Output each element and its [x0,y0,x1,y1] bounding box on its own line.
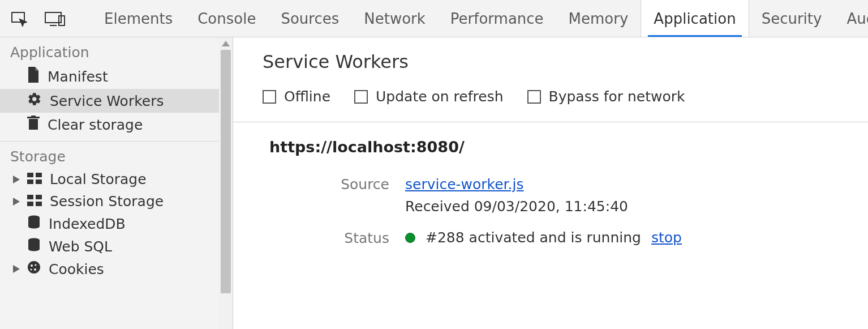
status-dot-icon [405,233,415,243]
svg-rect-11 [27,195,33,199]
stop-link[interactable]: stop [651,229,682,246]
svg-rect-12 [36,195,42,199]
checkbox-label: Bypass for network [549,88,685,105]
devtools-body: Application Manifest Service Workers [0,37,868,329]
expand-triangle-icon[interactable] [11,176,22,183]
svg-point-18 [31,264,33,267]
sidebar-group-title-storage: Storage [0,142,219,168]
service-worker-options: Offline Update on refresh Bypass for net… [263,88,868,122]
trash-icon [27,116,40,134]
tab-memory[interactable]: Memory [556,0,641,37]
svg-point-17 [28,261,40,274]
tab-audits[interactable]: Audits [834,0,868,37]
service-worker-origin: https://localhost:8080/ [269,138,868,156]
svg-point-20 [34,268,36,271]
checkbox-box [527,90,541,104]
tab-application[interactable]: Application [641,0,749,37]
sidebar-item-label: Manifest [48,69,108,85]
tab-console[interactable]: Console [185,0,268,37]
inspect-element-icon[interactable] [10,10,28,28]
svg-point-21 [31,269,32,271]
checkbox-box [354,90,368,104]
sidebar-item-manifest[interactable]: Manifest [0,64,219,89]
sidebar-content: Application Manifest Service Workers [0,37,219,285]
checkbox-label: Update on refresh [376,88,503,105]
sidebar-item-label: Clear storage [48,117,143,133]
svg-rect-14 [36,202,42,206]
gear-icon [27,92,42,110]
sidebar-group-application: Application Manifest Service Workers [0,37,219,142]
sidebar-item-label: IndexedDB [49,216,126,232]
sidebar-item-label: Service Workers [50,93,164,109]
value-source: service-worker.js Received 09/03/2020, 1… [405,176,628,215]
svg-rect-6 [31,116,36,117]
checkbox-bypass-for-network[interactable]: Bypass for network [527,88,685,105]
checkbox-offline[interactable]: Offline [263,88,330,105]
tab-sources[interactable]: Sources [268,0,351,37]
checkbox-update-on-refresh[interactable]: Update on refresh [354,88,503,105]
application-sidebar: Application Manifest Service Workers [0,37,233,329]
sidebar-group-storage: Storage Local Storage [0,142,219,285]
expand-triangle-icon[interactable] [11,198,22,206]
received-timestamp: Received 09/03/2020, 11:45:40 [405,198,628,215]
checkbox-box [263,90,276,104]
scroll-up-arrow-icon[interactable] [219,37,233,50]
tab-elements[interactable]: Elements [92,0,185,37]
sidebar-item-label: Session Storage [50,193,164,210]
sidebar-item-label: Web SQL [49,238,112,255]
file-icon [27,67,40,86]
label-source: Source [269,176,405,193]
svg-rect-10 [36,180,42,184]
tab-performance[interactable]: Performance [438,0,556,37]
label-status: Status [269,230,405,246]
value-status: #288 activated and is running stop [405,229,682,246]
svg-rect-9 [27,180,33,184]
source-file-link[interactable]: service-worker.js [405,176,523,193]
svg-rect-8 [36,173,42,177]
sidebar-item-local-storage[interactable]: Local Storage [0,168,219,190]
sidebar-scrollbar[interactable] [219,37,233,329]
tab-security[interactable]: Security [749,0,835,37]
svg-point-19 [35,264,36,266]
scroll-thumb[interactable] [221,50,231,293]
expand-triangle-icon[interactable] [11,265,22,273]
device-toolbar-icon[interactable] [44,10,66,27]
toolbar-icon-group [7,10,71,28]
sidebar-item-service-workers[interactable]: Service Workers [0,89,219,113]
svg-rect-4 [29,119,38,130]
sidebar-item-indexeddb[interactable]: IndexedDB [0,212,219,235]
table-icon [27,171,42,187]
table-icon [27,193,42,210]
sidebar-item-session-storage[interactable]: Session Storage [0,190,219,212]
main-pane: Service Workers Offline Update on refres… [233,37,868,329]
database-icon [27,238,41,255]
tab-network[interactable]: Network [351,0,438,37]
devtools-tabs: Elements Console Sources Network Perform… [92,0,868,37]
page-title: Service Workers [263,51,868,72]
service-worker-detail: https://localhost:8080/ Source service-w… [233,122,868,261]
sidebar-group-title-application: Application [0,37,219,64]
cookie-icon [27,260,41,277]
row-status: Status #288 activated and is running sto… [269,229,868,246]
checkbox-label: Offline [284,88,330,105]
svg-rect-7 [27,173,33,177]
svg-rect-13 [27,202,33,206]
devtools-toolbar: Elements Console Sources Network Perform… [0,0,868,37]
sidebar-item-clear-storage[interactable]: Clear storage [0,113,219,136]
sidebar-item-web-sql[interactable]: Web SQL [0,235,219,258]
sidebar-item-cookies[interactable]: Cookies [0,258,219,280]
sidebar-item-label: Local Storage [50,171,147,187]
sidebar-item-label: Cookies [49,261,104,277]
database-icon [27,215,41,232]
status-text: #288 activated and is running [426,229,641,246]
row-source: Source service-worker.js Received 09/03/… [269,176,868,215]
main-inner: Service Workers Offline Update on refres… [233,37,868,122]
